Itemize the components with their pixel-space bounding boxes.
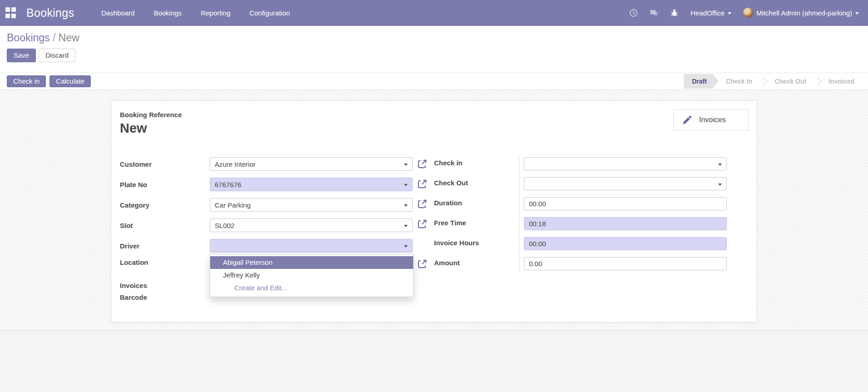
company-name: HeadOffice [690,9,725,17]
duration-label: Duration [434,199,462,207]
save-button[interactable]: Save [7,49,36,62]
calculate-button[interactable]: Calculate [49,75,91,87]
driver-select[interactable] [210,239,413,253]
dropdown-option-abigail-peterson[interactable]: Abigail Peterson [210,256,413,269]
external-link-icon[interactable] [417,198,428,209]
check-out-select[interactable] [524,177,727,190]
caret-down-icon [718,184,722,186]
status-step-check-out[interactable]: Check Out [767,74,814,89]
invoices-field-label: Invoices [120,282,147,289]
caret-down-icon [404,164,408,166]
user-name: Mitchell Admin (ahmed-parking) [756,9,852,17]
caret-down-icon [404,225,408,227]
action-toolbar: Check in Calculate Draft Check In Check … [0,73,868,90]
nav-item-configuration[interactable]: Configuration [248,6,291,20]
check-out-field-label: Check Out [434,179,468,187]
customer-label: Customer [120,160,152,168]
control-panel: Bookings / New Save Discard [0,26,868,73]
free-time-label: Free Time [434,219,466,227]
duration-input[interactable] [524,197,727,210]
chevron-down-icon [728,12,731,15]
booking-reference-label: Booking Reference [120,111,182,119]
chevron-down-icon [855,12,859,15]
create-and-edit-option[interactable]: Create and Edit... [210,282,413,294]
category-select[interactable]: Car Parking [210,198,413,212]
amount-label: Amount [434,259,460,267]
plate-no-select[interactable]: 6767676 [210,178,413,191]
nav-item-bookings[interactable]: Bookings [153,6,183,20]
nav-right-section: HeadOffice Mitchell Admin (ahmed-parking… [629,8,868,18]
breadcrumb: Bookings / New [7,32,79,44]
amount-input[interactable] [524,257,727,270]
plate-no-value: 6767676 [215,181,241,189]
status-chevron-icon [759,77,767,85]
nav-item-reporting[interactable]: Reporting [200,6,231,20]
nav-item-dashboard[interactable]: Dashboard [100,6,135,20]
chat-icon[interactable] [650,9,658,17]
user-menu[interactable]: Mitchell Admin (ahmed-parking) [743,8,859,18]
customer-select[interactable]: Azure Interior [210,157,413,171]
driver-dropdown: Abigail Peterson Jeffrey Kelly Create an… [210,254,414,297]
footer-space [0,331,868,392]
form-sheet: Booking Reference New Invoices Customer … [111,100,757,323]
content-area: Booking Reference New Invoices Customer … [0,90,868,331]
bug-icon[interactable] [670,9,679,17]
top-navbar: Bookings Dashboard Bookings Reporting Co… [0,0,868,26]
nav-menu: Dashboard Bookings Reporting Configurati… [100,6,291,20]
barcode-label: Barcode [120,293,147,301]
status-step-check-in[interactable]: Check In [719,74,760,89]
category-label: Category [120,201,149,209]
record-buttons: Save Discard [7,49,75,62]
status-step-invoiced[interactable]: Invoiced [821,74,862,89]
caret-down-icon [404,184,408,186]
invoice-hours-input[interactable] [524,237,727,250]
external-link-icon[interactable] [417,218,428,229]
status-step-draft[interactable]: Draft [684,74,719,89]
slot-select[interactable]: SL002 [210,218,413,232]
location-label: Location [120,258,148,266]
invoices-stat-button[interactable]: Invoices [673,109,749,130]
invoice-hours-label: Invoice Hours [434,239,479,247]
discard-button[interactable]: Discard [39,49,75,62]
external-link-icon[interactable] [417,258,428,269]
app-brand[interactable]: Bookings [26,6,74,20]
category-value: Car Parking [215,201,251,209]
invoices-stat-button-label: Invoices [699,116,726,124]
user-avatar [743,8,753,18]
check-in-button[interactable]: Check in [7,75,46,87]
breadcrumb-separator: / [53,32,55,44]
breadcrumb-bookings-link[interactable]: Bookings [7,32,50,44]
pencil-icon [682,114,693,125]
slot-value: SL002 [215,222,234,229]
external-link-icon[interactable] [417,179,428,189]
customer-value: Azure Interior [215,160,256,168]
apps-grid-icon[interactable] [5,7,16,18]
free-time-input[interactable] [524,217,727,230]
booking-reference-value: New [120,121,147,136]
check-in-field-label: Check in [434,159,463,167]
caret-down-icon [404,245,408,248]
caret-down-icon [718,164,722,166]
caret-down-icon [404,204,408,207]
company-switcher[interactable]: HeadOffice [690,9,731,17]
breadcrumb-current: New [59,32,79,44]
slot-label: Slot [120,222,133,229]
dropdown-option-jeffrey-kelly[interactable]: Jeffrey Kelly [210,269,413,282]
driver-label: Driver [120,242,139,250]
external-link-icon[interactable] [417,159,428,169]
statusbar: Draft Check In Check Out Invoiced [684,73,862,89]
plate-no-label: Plate No [120,181,147,189]
bookings-app: Bookings Dashboard Bookings Reporting Co… [0,0,868,392]
column-separator [519,157,519,273]
check-in-select[interactable] [524,157,727,170]
clock-icon[interactable] [629,9,638,17]
status-chevron-icon [814,77,822,85]
